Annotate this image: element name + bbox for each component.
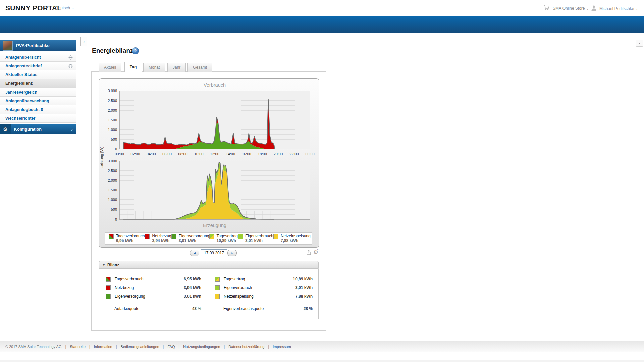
svg-text:14:00: 14:00	[226, 152, 235, 156]
svg-text:0: 0	[115, 147, 117, 151]
scroll-up-button[interactable]: ▲	[636, 40, 643, 47]
sma-online-store-menu[interactable]: SMA Online Store ⌄	[543, 5, 589, 12]
footer-link-bedienungsanleitungen[interactable]: Bedienungsanleitungen	[112, 345, 159, 349]
sidebar-item-label: Anlagensteckbrief	[5, 64, 42, 68]
legend-item-eigenverbrauch: Eigenverbrauch3,01 kWh	[238, 234, 273, 243]
export-icon[interactable]	[306, 250, 312, 257]
netzeinspeisung-swatch	[215, 294, 220, 299]
bilanz-label: Eigenverbrauchsquote	[223, 306, 264, 311]
sidebar-item-label: Wechselrichter	[5, 116, 35, 121]
user-menu[interactable]: Michael Perlitschke ⌄	[591, 5, 638, 12]
plant-header[interactable]: PVA-Perlitschke	[0, 40, 76, 51]
content-left-border	[79, 33, 79, 341]
konfiguration-label: Konfiguration	[14, 127, 42, 132]
footer-link-datenschutzerklaerung[interactable]: Datenschutzerklärung	[220, 345, 264, 349]
user-icon	[591, 5, 597, 12]
bilanz-row-tagesertrag: Tagesertrag 10,89 kWh	[215, 275, 313, 283]
legend-value: 6,95 kWh	[116, 238, 145, 243]
sidebar-item-label: Anlagenüberwachung	[5, 99, 49, 103]
plant-photo	[3, 41, 13, 51]
bilanz-value: 28 %	[304, 306, 313, 311]
svg-text:500: 500	[111, 137, 117, 141]
collapse-triangle-icon: ▼	[102, 263, 105, 267]
settings-arrow-icon: ▲	[316, 248, 319, 251]
legend-value: 3,01 kWh	[245, 238, 273, 243]
footer-link-nutzungsbedingungen[interactable]: Nutzungsbedingungen	[175, 345, 220, 349]
sidebar-item-anlagenuebersicht[interactable]: Anlagenübersicht	[0, 53, 76, 62]
language-selector[interactable]: Deutsch⌄	[55, 6, 74, 10]
svg-text:1.000: 1.000	[108, 128, 117, 132]
bilanz-body: Tagesverbrauch 6,95 kWh Netzbezug 3,94 k…	[99, 269, 319, 319]
tab-monat[interactable]: Monat	[143, 63, 165, 72]
bilanz-value: 43 %	[192, 306, 201, 311]
bilanz-row-netzbezug: Netzbezug 3,94 kWh	[106, 283, 201, 292]
svg-text:04:00: 04:00	[147, 152, 156, 156]
svg-text:Erzeugung: Erzeugung	[203, 223, 226, 228]
plant-name: PVA-Perlitschke	[16, 43, 49, 48]
bilanz-value: 3,94 kWh	[184, 285, 201, 290]
svg-text:22:00: 22:00	[289, 152, 299, 156]
sidebar-item-anlagenueberwachung[interactable]: Anlagenüberwachung	[0, 97, 76, 105]
sidebar-item-label: Jahresvergleich	[5, 90, 37, 95]
bilanz-row-autarkiequote: Autarkiequote 43 %	[106, 304, 201, 313]
legend-label: Eigenversorgung	[179, 234, 209, 238]
bottom-scrollbar-strip	[0, 360, 644, 362]
legend-item-tagesertrag: Tagesertrag10,89 kWh	[209, 234, 238, 243]
bilanz-row-eigenverbrauchsquote: Eigenverbrauchsquote 28 %	[215, 304, 313, 313]
globe-icon	[68, 55, 73, 61]
netzeinspeisung-swatch	[273, 234, 278, 239]
legend-value: 7,88 kWh	[281, 238, 311, 243]
bilanz-value: 10,89 kWh	[293, 277, 313, 281]
footer-link-impressum[interactable]: Impressum	[264, 345, 291, 349]
cart-icon	[543, 5, 550, 12]
bilanz-label: Netzeinspeisung	[224, 294, 254, 299]
footer-link-startseite[interactable]: Startseite	[62, 345, 86, 349]
sidebar-item-jahresvergleich[interactable]: Jahresvergleich	[0, 88, 76, 97]
svg-text:02:00: 02:00	[131, 152, 140, 156]
legend-label: Netzbezug	[152, 234, 171, 238]
sidebar-item-wechselrichter[interactable]: Wechselrichter	[0, 114, 76, 123]
tab-gesamt[interactable]: Gesamt	[187, 63, 212, 72]
legend-value: 3,94 kWh	[152, 238, 171, 243]
svg-text:500: 500	[111, 207, 117, 212]
legend-value: 10,89 kWh	[217, 238, 238, 243]
chart-settings-icon[interactable]: ⚙▲	[313, 249, 318, 255]
eigenverbrauch-swatch	[215, 285, 220, 290]
footer-link-information[interactable]: Information	[86, 345, 112, 349]
bilanz-right-column: Tagesertrag 10,89 kWh Eigenverbrauch 3,0…	[215, 275, 313, 319]
svg-text:0: 0	[115, 217, 117, 221]
sunny-portal-logo[interactable]: SUNNY PORTAL	[5, 4, 61, 12]
eigenversorgung-swatch	[106, 294, 111, 299]
svg-text:2.000: 2.000	[108, 108, 117, 112]
footer-link-faq[interactable]: FAQ	[159, 345, 175, 349]
bilanz-separator	[106, 303, 201, 303]
bilanz-row-netzeinspeisung: Netzeinspeisung 7,88 kWh	[215, 292, 313, 300]
tab-jahr[interactable]: Jahr	[167, 63, 186, 72]
tab-tag[interactable]: Tag	[124, 62, 142, 72]
sidebar-collapse-button[interactable]: ‹	[80, 37, 87, 46]
bilanz-row-eigenverbrauch: Eigenverbrauch 3,01 kWh	[215, 283, 313, 292]
tab-aktuell[interactable]: Aktuell	[99, 63, 121, 72]
previous-day-button[interactable]: ◀	[190, 250, 199, 256]
sidebar-item-anlagenlogbuch[interactable]: Anlagenlogbuch: 0	[0, 105, 76, 114]
svg-text:Verbrauch: Verbrauch	[204, 82, 226, 88]
sidebar-item-aktueller-status[interactable]: Aktueller Status	[0, 70, 76, 79]
bilanz-title: Bilanz	[107, 263, 119, 267]
bilanz-header[interactable]: ▼ Bilanz	[99, 261, 319, 269]
svg-text:12:00: 12:00	[210, 152, 219, 156]
sidebar-item-konfiguration[interactable]: ⚙ Konfiguration ›	[0, 124, 76, 134]
sidebar-item-anlagensteckbrief[interactable]: Anlagensteckbrief	[0, 62, 76, 70]
legend-item-netzeinspeisung: Netzeinspeisung7,88 kWh	[273, 234, 311, 243]
svg-text:10:00: 10:00	[194, 152, 204, 156]
sidebar-item-energiebilanz[interactable]: Energiebilanz	[0, 79, 76, 88]
next-day-button[interactable]: ▶	[227, 250, 237, 256]
legend-label: Eigenverbrauch	[245, 234, 273, 238]
date-input[interactable]	[201, 249, 227, 256]
bilanz-value: 3,01 kWh	[295, 285, 313, 290]
bilanz-value: 3,01 kWh	[184, 294, 201, 299]
svg-text:1.500: 1.500	[108, 188, 117, 192]
chevron-right-icon: ›	[71, 127, 73, 132]
help-icon[interactable]: ?	[132, 47, 139, 54]
bilanz-label: Autarkiequote	[114, 306, 139, 311]
svg-text:3.000: 3.000	[108, 89, 117, 93]
